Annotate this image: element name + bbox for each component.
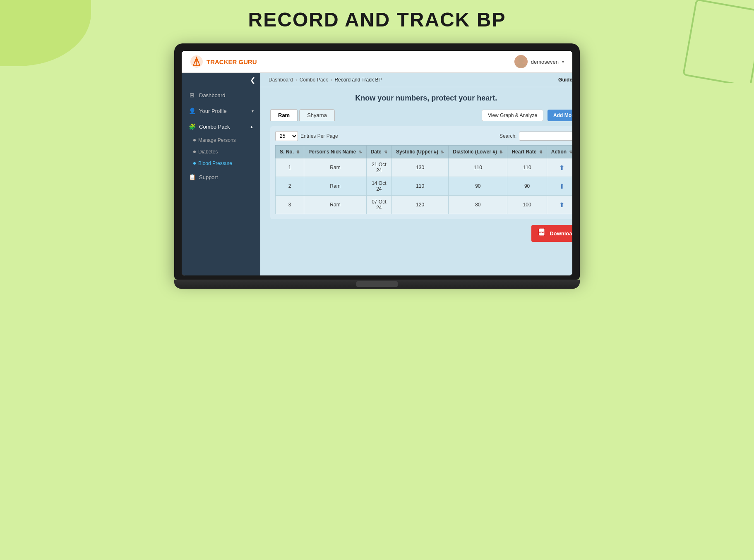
col-systolic: Systolic (Upper #) ⇅ — [391, 146, 448, 158]
guidelines-button[interactable]: Guidelines — [558, 77, 572, 83]
tabs-row: Ram Shyama View Graph & Analyze Add More — [270, 109, 572, 121]
logo-area: TRACKER GURU — [190, 55, 257, 68]
table-row: 2 Ram 14 Oct 24 110 90 90 ⬆ — [276, 177, 573, 196]
sidebar-collapse-button[interactable]: ❮ — [182, 73, 260, 87]
dot-icon-manage — [193, 139, 196, 141]
cell-action-2[interactable]: ⬆ — [547, 196, 572, 214]
cell-name-1: Ram — [304, 177, 366, 196]
app-body: ❮ ⊞ Dashboard 👤 Your Profile ▾ — [182, 73, 572, 275]
cell-systolic-2: 120 — [391, 196, 448, 214]
col-name: Person's Nick Name ⇅ — [304, 146, 366, 158]
col-heart-rate: Heart Rate ⇅ — [507, 146, 547, 158]
support-icon: 📋 — [188, 173, 196, 181]
action-icon-0[interactable]: ⬆ — [559, 164, 564, 171]
cell-systolic-0: 130 — [391, 158, 448, 177]
download-button[interactable]: PDF Download — [531, 225, 572, 242]
profile-chevron-icon: ▾ — [252, 109, 254, 113]
cell-name-2: Ram — [304, 196, 366, 214]
combo-pack-icon: 🧩 — [188, 123, 196, 130]
breadcrumb-combo-pack[interactable]: Combo Pack — [300, 77, 328, 83]
cell-date-2: 07 Oct 24 — [366, 196, 391, 214]
sidebar-item-support[interactable]: 📋 Support — [182, 169, 260, 185]
user-area[interactable]: demoseven ▾ — [514, 55, 564, 68]
add-more-button[interactable]: Add More — [547, 110, 572, 121]
cell-diastolic-0: 110 — [449, 158, 507, 177]
breadcrumb-sep-2: › — [330, 77, 332, 83]
page-subtitle: Know your numbers, protect your heart. — [270, 94, 572, 103]
cell-diastolic-1: 90 — [449, 177, 507, 196]
cell-heart-rate-2: 100 — [507, 196, 547, 214]
search-label: Search: — [499, 133, 516, 139]
sidebar: ❮ ⊞ Dashboard 👤 Your Profile ▾ — [182, 73, 260, 275]
laptop-container: TRACKER GURU demoseven ▾ — [174, 43, 580, 289]
page-main-title: RECORD AND TRACK BP — [248, 8, 506, 31]
main-content: Dashboard › Combo Pack › Record and Trac… — [260, 73, 572, 275]
download-label: Download — [550, 230, 572, 237]
action-icon-2[interactable]: ⬆ — [559, 201, 564, 208]
cell-heart-rate-0: 110 — [507, 158, 547, 177]
dot-icon-bp — [193, 162, 196, 165]
table-controls: 25 50 100 Entries Per Page Search: — [275, 131, 572, 141]
breadcrumb: Dashboard › Combo Pack › Record and Trac… — [260, 73, 572, 87]
cell-date-0: 21 Oct 24 — [366, 158, 391, 177]
sidebar-subitems-combo: Manage Persons Diabetes Blood Pressure — [182, 134, 260, 169]
laptop-screen-shell: TRACKER GURU demoseven ▾ — [174, 43, 580, 280]
app-wrapper: TRACKER GURU demoseven ▾ — [182, 51, 572, 275]
entries-select[interactable]: 25 50 100 — [275, 131, 298, 141]
table-row: 1 Ram 21 Oct 24 130 110 110 ⬆ — [276, 158, 573, 177]
username-label: demoseven — [531, 59, 559, 65]
sort-icon-systolic[interactable]: ⇅ — [441, 150, 444, 154]
sidebar-item-label-support: Support — [199, 174, 254, 180]
logo-text-normal: TRACKER — [207, 58, 239, 65]
sidebar-subitem-manage-persons[interactable]: Manage Persons — [193, 134, 260, 146]
entries-control: 25 50 100 Entries Per Page — [275, 131, 338, 141]
sidebar-subitem-blood-pressure[interactable]: Blood Pressure — [193, 158, 260, 169]
laptop-screen: TRACKER GURU demoseven ▾ — [182, 51, 572, 275]
breadcrumb-dashboard[interactable]: Dashboard — [269, 77, 293, 83]
laptop-base — [174, 280, 580, 289]
sidebar-item-dashboard[interactable]: ⊞ Dashboard — [182, 87, 260, 103]
col-action: Action ⇅ — [547, 146, 572, 158]
cell-action-0[interactable]: ⬆ — [547, 158, 572, 177]
view-graph-button[interactable]: View Graph & Analyze — [482, 110, 543, 121]
cell-name-0: Ram — [304, 158, 366, 177]
logo-icon — [190, 55, 203, 68]
sidebar-subitem-label-manage: Manage Persons — [198, 137, 236, 143]
sidebar-subitem-label-bp: Blood Pressure — [198, 160, 232, 166]
tab-ram[interactable]: Ram — [270, 109, 298, 121]
sort-icon-heart-rate[interactable]: ⇅ — [539, 150, 543, 154]
action-icon-1[interactable]: ⬆ — [559, 183, 564, 190]
svg-text:PDF: PDF — [539, 231, 544, 234]
data-table: S. No. ⇅ Person's Nick Name ⇅ — [275, 145, 572, 214]
sidebar-item-your-profile[interactable]: 👤 Your Profile ▾ — [182, 103, 260, 119]
laptop-trackpad — [356, 281, 398, 287]
cell-sno-0: 1 — [276, 158, 304, 177]
tab-shyama[interactable]: Shyama — [299, 109, 335, 121]
sidebar-subitem-diabetes[interactable]: Diabetes — [193, 146, 260, 158]
sort-icon-name[interactable]: ⇅ — [359, 150, 362, 154]
sidebar-item-label-dashboard: Dashboard — [199, 92, 254, 98]
search-area: Search: — [499, 132, 572, 141]
sort-icon-sno[interactable]: ⇅ — [296, 150, 300, 154]
cell-date-1: 14 Oct 24 — [366, 177, 391, 196]
cell-sno-2: 3 — [276, 196, 304, 214]
sort-icon-date[interactable]: ⇅ — [384, 150, 387, 154]
table-header-row: S. No. ⇅ Person's Nick Name ⇅ — [276, 146, 573, 158]
sort-icon-diastolic[interactable]: ⇅ — [499, 150, 503, 154]
sidebar-item-combo-pack[interactable]: 🧩 Combo Pack ▲ — [182, 119, 260, 134]
breadcrumb-sep-1: › — [295, 77, 297, 83]
tabs-right: View Graph & Analyze Add More — [482, 110, 572, 121]
content-area: Know your numbers, protect your heart. R… — [260, 87, 572, 249]
profile-icon: 👤 — [188, 107, 196, 115]
table-row: 3 Ram 07 Oct 24 120 80 100 ⬆ — [276, 196, 573, 214]
search-input[interactable] — [519, 132, 572, 141]
cell-diastolic-2: 80 — [449, 196, 507, 214]
avatar — [514, 55, 528, 68]
download-row: PDF Download — [270, 225, 572, 242]
sort-icon-action[interactable]: ⇅ — [569, 150, 572, 154]
cell-action-1[interactable]: ⬆ — [547, 177, 572, 196]
table-container: 25 50 100 Entries Per Page Search: — [270, 126, 572, 219]
dot-icon-diabetes — [193, 151, 196, 153]
pdf-icon: PDF — [538, 228, 547, 239]
dashboard-icon: ⊞ — [188, 91, 196, 99]
